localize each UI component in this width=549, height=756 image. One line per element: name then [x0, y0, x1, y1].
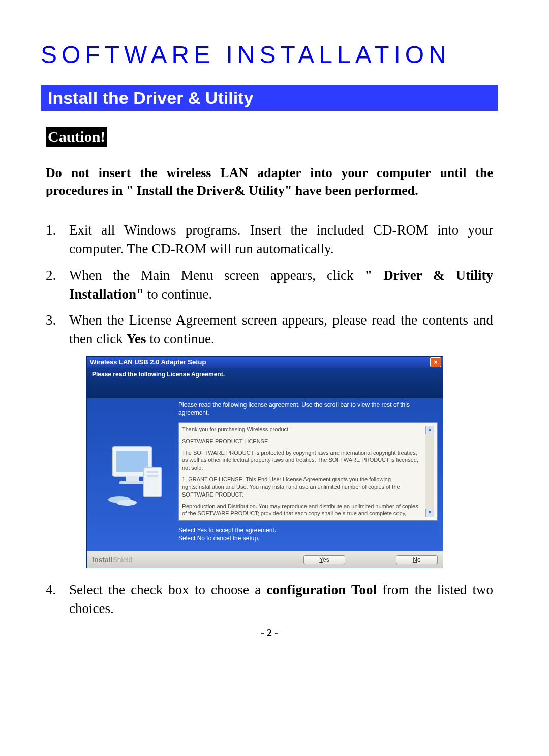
license-line: Reproduction and Distribution. You may r…	[182, 503, 423, 517]
license-line: Thank you for purchasing Wireless produc…	[182, 426, 423, 433]
step-text: Exit all Windows programs. Insert the in…	[69, 221, 493, 259]
yes-button[interactable]: Yes	[303, 555, 345, 564]
instruction-list: 1. Exit all Windows programs. Insert the…	[46, 221, 493, 349]
svg-rect-5	[147, 471, 158, 473]
mnemonic: N	[413, 556, 417, 563]
step-text: When the Main Menu screen appears, click…	[69, 266, 493, 304]
step-text: When the License Agreement screen appear…	[69, 311, 493, 349]
dialog-instruction: Please read the following license agreem…	[178, 401, 438, 417]
button-label: o	[417, 556, 421, 563]
svg-point-8	[116, 500, 137, 506]
license-line: The SOFTWARE PRODUCT is protected by cop…	[182, 449, 423, 472]
page-number: - 2 -	[41, 627, 498, 639]
bold-text: configuration Tool	[266, 582, 377, 597]
license-content: Thank you for purchasing Wireless produc…	[182, 426, 425, 517]
scroll-up-button[interactable]: ▲	[425, 426, 434, 434]
document-page: SOFTWARE INSTALLATION Install the Driver…	[0, 0, 549, 659]
computer-icon	[97, 437, 168, 513]
no-button[interactable]: No	[396, 555, 438, 564]
section-heading: Install the Driver & Utility	[41, 85, 498, 111]
installer-dialog: Wireless LAN USB 2.0 Adapter Setup × Ple…	[86, 356, 443, 568]
warning-text: Do not insert the wireless LAN adapter i…	[46, 164, 493, 199]
close-icon: ×	[434, 359, 437, 366]
dialog-footer: InstallShield Yes No	[87, 551, 443, 568]
scrollbar[interactable]: ▲ ▼	[425, 426, 434, 517]
license-line: SOFTWARE PRODUCT LICENSE	[182, 438, 423, 445]
select-no-text: Select No to cancel the setup.	[178, 534, 438, 542]
step-number: 1.	[46, 221, 69, 259]
close-button[interactable]: ×	[430, 357, 441, 367]
caution-label: Caution!	[46, 127, 107, 147]
step-1: 1. Exit all Windows programs. Insert the…	[46, 221, 493, 259]
text: Select the check box to choose a	[69, 582, 266, 597]
svg-rect-1	[116, 451, 148, 472]
installshield-brand: InstallShield	[92, 556, 132, 564]
dialog-title: Wireless LAN USB 2.0 Adapter Setup	[90, 358, 206, 366]
instruction-list-cont: 4. Select the check box to choose a conf…	[46, 580, 493, 619]
svg-rect-3	[119, 481, 145, 484]
text: to continue.	[144, 286, 212, 302]
step-4: 4. Select the check box to choose a conf…	[46, 580, 493, 619]
brand-part2: Shield	[112, 556, 132, 564]
step-3: 3. When the License Agreement screen app…	[46, 311, 493, 349]
scroll-down-button[interactable]: ▼	[425, 509, 434, 517]
dialog-select-text: Select Yes to accept the agreement. Sele…	[178, 526, 438, 542]
step-number: 3.	[46, 311, 69, 349]
license-textbox: Thank you for purchasing Wireless produc…	[178, 422, 438, 521]
svg-rect-6	[147, 475, 158, 477]
dialog-body: Please read the following license agreem…	[87, 398, 443, 551]
brand-part1: Install	[92, 556, 112, 564]
step-number: 4.	[46, 580, 69, 619]
button-label: es	[323, 556, 329, 563]
text: When the Main Menu screen appears, click	[69, 268, 364, 283]
step-number: 2.	[46, 266, 69, 304]
select-yes-text: Select Yes to accept the agreement.	[178, 526, 438, 534]
page-title: SOFTWARE INSTALLATION	[41, 41, 498, 69]
dialog-titlebar: Wireless LAN USB 2.0 Adapter Setup ×	[87, 357, 443, 368]
bold-text: Yes	[126, 331, 146, 346]
dialog-header: Please read the following License Agreem…	[87, 368, 443, 398]
step-2: 2. When the Main Menu screen appears, cl…	[46, 266, 493, 304]
license-line: 1. GRANT OF LICENSE. This End-User Licen…	[182, 476, 423, 499]
text: to continue.	[146, 331, 214, 346]
svg-rect-2	[126, 476, 139, 481]
step-text: Select the check box to choose a configu…	[69, 580, 493, 619]
dialog-graphic	[87, 398, 178, 551]
